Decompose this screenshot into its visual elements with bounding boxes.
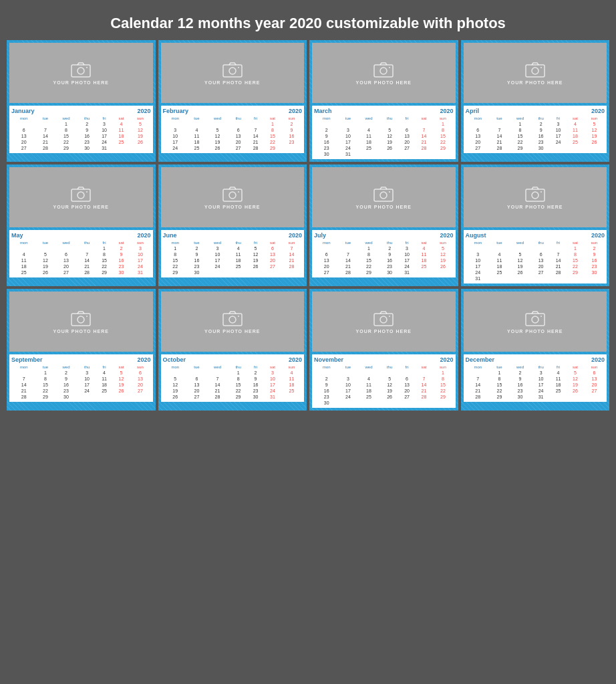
cal-day: 16	[188, 257, 206, 263]
cal-day: 16	[54, 382, 78, 388]
cal-day: 3	[264, 370, 281, 376]
cal-day: 5	[381, 376, 399, 382]
cal-day: 3	[163, 127, 188, 133]
weekday-header: fri	[247, 116, 264, 121]
cal-day: 3	[96, 121, 113, 127]
photo-area: YOUR PHOTO HERE	[161, 43, 305, 103]
cal-day	[584, 145, 605, 151]
cal-day: 5	[567, 370, 584, 376]
cal-day: 18	[229, 257, 247, 263]
weekday-header: thu	[381, 240, 399, 245]
cal-day	[550, 245, 567, 251]
camera-icon	[373, 62, 394, 78]
photo-area: YOUR PHOTO HERE	[161, 292, 305, 352]
cal-day	[96, 394, 113, 400]
cal-day: 20	[584, 382, 605, 388]
cal-day: 12	[567, 376, 584, 382]
year-label: 2020	[591, 232, 605, 239]
year-label: 2020	[591, 108, 605, 114]
photo-area: YOUR PHOTO HERE	[312, 292, 456, 352]
svg-point-26	[86, 316, 88, 317]
weekday-header: fri	[550, 240, 567, 245]
cal-day: 23	[54, 388, 78, 394]
cal-day: 26	[130, 139, 150, 145]
cal-day: 26	[432, 263, 453, 269]
cal-day: 15	[96, 257, 113, 263]
month-table-area: June2020montuewedthufrisatsun12345678910…	[161, 230, 305, 277]
cal-day: 20	[11, 139, 37, 145]
weekday-header: wed	[357, 364, 380, 370]
cal-day: 7	[466, 376, 491, 382]
cal-day: 2	[54, 370, 78, 376]
cal-day: 2	[532, 121, 550, 127]
cal-day: 24	[206, 263, 229, 269]
cal-day: 26	[508, 269, 532, 275]
weekday-header: thu	[532, 364, 550, 370]
svg-rect-30	[374, 314, 393, 326]
cal-day: 24	[130, 263, 150, 269]
cal-day: 15	[163, 257, 188, 263]
cal-day: 29	[264, 145, 281, 151]
cal-day: 7	[206, 376, 229, 382]
cal-day: 3	[466, 251, 491, 257]
cal-day: 2	[381, 245, 399, 251]
camera-icon	[373, 310, 394, 326]
cal-day: 1	[490, 370, 508, 376]
cal-day: 16	[508, 382, 532, 388]
cal-day: 22	[508, 139, 532, 145]
cal-day: 18	[357, 139, 380, 145]
cal-day: 13	[532, 257, 550, 263]
cal-day: 19	[584, 133, 605, 139]
cal-day: 17	[550, 133, 567, 139]
cal-day: 23	[281, 139, 302, 145]
cal-day: 24	[532, 388, 550, 394]
cal-day: 25	[281, 388, 302, 394]
cal-day: 13	[229, 133, 247, 139]
weekday-header: sun	[432, 240, 453, 245]
weekday-header: wed	[54, 240, 78, 245]
month-name: December	[466, 356, 495, 363]
cal-day	[113, 394, 130, 400]
svg-point-19	[380, 192, 387, 199]
year-label: 2020	[289, 356, 302, 363]
cal-day: 19	[432, 257, 453, 263]
weekday-header: wed	[357, 240, 380, 245]
photo-label: YOUR PHOTO HERE	[53, 329, 109, 334]
cal-day: 20	[229, 139, 247, 145]
cal-day: 7	[247, 127, 264, 133]
month-card-may: YOUR PHOTO HEREMay2020montuewedthufrisat…	[7, 164, 156, 286]
cal-day: 20	[264, 257, 281, 263]
svg-rect-18	[374, 189, 393, 201]
cal-day: 10	[130, 251, 150, 257]
cal-day: 5	[381, 127, 399, 133]
cal-day: 14	[206, 382, 229, 388]
cal-day: 5	[113, 370, 130, 376]
cal-day	[381, 151, 399, 157]
cal-day	[490, 245, 508, 251]
cal-day	[466, 121, 491, 127]
cal-day	[357, 151, 380, 157]
cal-day	[206, 269, 229, 275]
cal-day: 1	[508, 121, 532, 127]
photo-label: YOUR PHOTO HERE	[356, 329, 412, 334]
cal-day	[247, 121, 264, 127]
cal-day: 19	[381, 388, 399, 394]
cal-day: 11	[229, 251, 247, 257]
svg-point-23	[541, 191, 542, 193]
photo-label: YOUR PHOTO HERE	[53, 205, 109, 209]
cal-day	[416, 269, 433, 275]
cal-day: 27	[314, 269, 339, 275]
cal-day: 6	[314, 251, 339, 257]
cal-day: 29	[508, 145, 532, 151]
cal-day: 15	[357, 257, 380, 263]
cal-day: 31	[130, 269, 150, 275]
cal-day	[281, 394, 302, 400]
cal-day	[399, 121, 416, 127]
cal-day: 14	[416, 133, 433, 139]
cal-table: montuewedthufrisatsun1234567891011121314…	[11, 240, 151, 275]
cal-day: 9	[113, 251, 130, 257]
cal-day: 9	[247, 376, 264, 382]
svg-rect-6	[374, 65, 393, 77]
cal-table: montuewedthufrisatsun1234567891011121314…	[466, 364, 605, 400]
cal-day: 12	[508, 257, 532, 263]
